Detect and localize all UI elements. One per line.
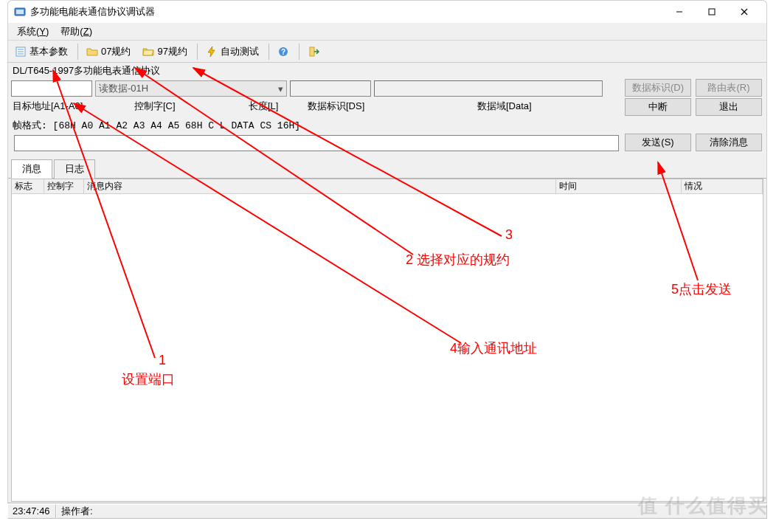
th-content[interactable]: 消息内容 — [84, 179, 556, 193]
clear-message-button[interactable]: 清除消息 — [696, 134, 762, 151]
exit-icon — [308, 46, 319, 58]
status-time: 23:47:46 — [7, 504, 56, 519]
settings-icon — [15, 46, 27, 58]
minimize-button[interactable] — [663, 1, 696, 22]
send-button[interactable]: 发送(S) — [625, 134, 691, 151]
th-control[interactable]: 控制字 — [44, 179, 84, 193]
titlebar: 多功能电能表通信协议调试器 — [8, 1, 766, 23]
menu-system[interactable]: 系统(Y) — [11, 24, 55, 40]
toolbar-separator — [299, 44, 299, 60]
label-target-addr: 目标地址[A1-A0] — [13, 100, 134, 113]
watermark: 值 什么值得买 — [638, 493, 769, 519]
folder-icon — [86, 46, 98, 58]
table-body[interactable] — [12, 194, 763, 501]
toolbar-help[interactable]: ? — [272, 43, 294, 61]
toolbar-spec97-label: 97规约 — [157, 45, 187, 58]
toolbar-auto-test[interactable]: 自动测试 — [201, 43, 264, 61]
toolbar-separator — [197, 44, 198, 60]
toolbar-spec07-label: 07规约 — [101, 45, 131, 58]
svg-text:?: ? — [281, 48, 285, 56]
route-table-button[interactable]: 路由表(R) — [696, 79, 762, 97]
label-data-id: 数据标识[DS] — [308, 100, 477, 113]
frame-format-label: 帧格式: [68H A0 A1 A2 A3 A4 A5 68H C L DATA… — [8, 117, 766, 134]
message-table: 标志 控制字 消息内容 时间 情况 — [11, 179, 763, 502]
bolt-icon — [206, 46, 218, 58]
th-status[interactable]: 情况 — [682, 179, 763, 193]
read-data-combo-label: 读数据-01H — [99, 82, 148, 95]
svg-rect-12 — [310, 47, 314, 56]
label-data-field: 数据域[Data] — [477, 100, 532, 113]
tab-messages[interactable]: 消息 — [11, 159, 52, 179]
close-button[interactable] — [728, 1, 761, 22]
toolbar: 基本参数 07规约 97规约 自动测试 ? — [8, 41, 766, 63]
interrupt-button[interactable]: 中断 — [625, 98, 691, 116]
exit-button[interactable]: 退出 — [696, 98, 762, 116]
toolbar-spec97[interactable]: 97规约 — [137, 43, 192, 61]
th-flag[interactable]: 标志 — [12, 179, 44, 193]
tabs: 消息 日志 — [8, 159, 766, 179]
svg-rect-3 — [709, 9, 715, 15]
folder-open-icon — [142, 46, 154, 58]
app-icon — [14, 6, 26, 18]
sunken-panel-2 — [374, 80, 603, 97]
frame-input[interactable] — [14, 135, 619, 151]
toolbar-auto-test-label: 自动测试 — [221, 45, 259, 58]
toolbar-separator — [269, 44, 269, 60]
sunken-panel-1 — [290, 80, 371, 97]
menu-help[interactable]: 帮助(Z) — [55, 24, 98, 40]
toolbar-exit[interactable] — [302, 43, 325, 61]
svg-rect-1 — [16, 10, 24, 14]
addr-input-small[interactable] — [11, 80, 92, 97]
toolbar-spec07[interactable]: 07规约 — [81, 43, 136, 61]
chevron-down-icon: ▾ — [278, 83, 283, 94]
window-title: 多功能电能表通信协议调试器 — [30, 5, 155, 18]
protocol-label: DL/T645-1997多功能电表通信协议 — [8, 63, 766, 79]
read-data-combo[interactable]: 读数据-01H ▾ — [95, 80, 287, 97]
th-time[interactable]: 时间 — [556, 179, 682, 193]
toolbar-basic-params[interactable]: 基本参数 — [10, 43, 73, 61]
toolbar-separator — [77, 44, 78, 60]
tab-log[interactable]: 日志 — [54, 159, 95, 179]
toolbar-basic-params-label: 基本参数 — [30, 45, 68, 58]
menubar: 系统(Y) 帮助(Z) — [8, 23, 766, 41]
data-id-button[interactable]: 数据标识(D) — [625, 79, 691, 97]
maximize-button[interactable] — [696, 1, 728, 22]
app-window: 多功能电能表通信协议调试器 系统(Y) 帮助(Z) 基本参数 — [7, 0, 767, 505]
help-icon: ? — [277, 46, 289, 58]
label-length: 长度[L] — [249, 100, 308, 113]
table-header: 标志 控制字 消息内容 时间 情况 — [12, 179, 763, 194]
label-control: 控制字[C] — [134, 100, 249, 113]
